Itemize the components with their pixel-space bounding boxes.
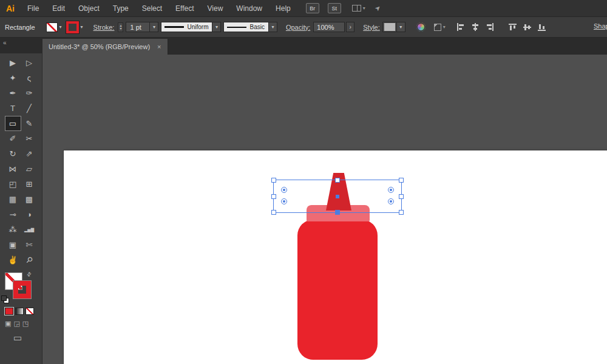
- fill-swatch[interactable]: [46, 22, 58, 32]
- menu-type[interactable]: Type: [106, 0, 135, 17]
- align-vertical-top-icon[interactable]: [509, 23, 517, 31]
- opacity-panel-link[interactable]: Opacity:: [286, 24, 310, 31]
- column-graph-tool[interactable]: ▂▅▇: [21, 222, 38, 237]
- chevron-down-icon[interactable]: ▾: [268, 22, 277, 32]
- opacity-options-button[interactable]: ›: [346, 22, 354, 32]
- collapse-panel-button[interactable]: «: [0, 38, 42, 53]
- align-vertical-center-icon[interactable]: [523, 23, 532, 31]
- graphic-style-select[interactable]: ▾: [382, 22, 405, 32]
- perspective-grid-tool[interactable]: ⊞: [21, 177, 38, 192]
- opacity-input[interactable]: 100%: [313, 22, 345, 32]
- default-fill-stroke-icon[interactable]: [1, 295, 8, 303]
- magic-wand-tool[interactable]: ✦: [5, 70, 21, 86]
- color-button[interactable]: [5, 308, 13, 315]
- isolate-selection-icon[interactable]: ▾: [434, 24, 446, 31]
- lasso-tool[interactable]: ς: [21, 70, 38, 86]
- selection-handle[interactable]: [271, 210, 276, 215]
- corner-radius-widget[interactable]: [388, 198, 394, 204]
- draw-normal-icon[interactable]: ▣: [5, 320, 11, 328]
- chevron-down-icon: ▾: [443, 24, 446, 30]
- recolor-artwork-icon[interactable]: [416, 22, 426, 32]
- menu-edit[interactable]: Edit: [46, 0, 72, 17]
- curvature-tool[interactable]: ✑: [21, 86, 38, 101]
- eyedropper-tool[interactable]: ⊸: [5, 207, 21, 222]
- profile-name: Uniform: [187, 24, 208, 30]
- none-button[interactable]: [25, 308, 34, 315]
- chevron-down-icon[interactable]: ▾: [212, 22, 220, 32]
- menu-view[interactable]: View: [201, 0, 230, 17]
- selection-tool[interactable]: ▶: [5, 55, 21, 70]
- swap-fill-stroke-icon[interactable]: ⇄: [25, 271, 33, 278]
- width-tool[interactable]: ⋈: [5, 161, 21, 177]
- direct-selection-tool[interactable]: ▷: [21, 55, 38, 70]
- illustrator-window: Ai File Edit Object Type Select Effect V…: [0, 0, 607, 364]
- arrange-documents-icon[interactable]: ▾: [352, 5, 365, 12]
- line-segment-tool[interactable]: ╱: [21, 101, 38, 116]
- shape-panel-link[interactable]: Shape: [594, 22, 607, 30]
- selection-type-label: Rectangle: [5, 24, 35, 31]
- menu-effect[interactable]: Effect: [169, 0, 200, 17]
- selection-handle[interactable]: [335, 178, 340, 183]
- align-horizontal-center-icon[interactable]: [471, 23, 480, 31]
- mesh-tool[interactable]: ▦: [5, 192, 21, 207]
- stroke-weight-stepper[interactable]: ▴ ▾: [118, 22, 123, 32]
- align-horizontal-left-icon[interactable]: [456, 23, 465, 31]
- stock-icon[interactable]: St: [328, 3, 341, 13]
- chevron-down-icon[interactable]: ▾: [149, 22, 158, 32]
- rectangle-tool[interactable]: ▭: [5, 116, 21, 131]
- draw-inside-icon[interactable]: ◳: [22, 320, 29, 328]
- corner-radius-widget[interactable]: [281, 187, 287, 193]
- stroke-weight-select[interactable]: 1 pt ▾: [126, 22, 158, 32]
- style-panel-link[interactable]: Style:: [363, 24, 380, 31]
- selection-handle[interactable]: [271, 178, 276, 183]
- menu-window[interactable]: Window: [229, 0, 269, 17]
- rotate-tool[interactable]: ↻: [5, 146, 21, 161]
- tab-close-icon[interactable]: ×: [157, 43, 161, 50]
- artboard-tool[interactable]: ▣: [5, 237, 21, 252]
- selection-handle[interactable]: [271, 194, 276, 199]
- selection-handle[interactable]: [399, 194, 404, 199]
- selection-handle[interactable]: [399, 210, 404, 215]
- stroke-profile-select[interactable]: Uniform ▾: [161, 22, 221, 32]
- selection-handle[interactable]: [335, 210, 340, 215]
- symbol-sprayer-tool[interactable]: ⁂: [5, 222, 21, 237]
- selection-handle[interactable]: [399, 178, 404, 183]
- screen-mode-icon[interactable]: ▭: [13, 332, 22, 343]
- corner-radius-widget[interactable]: [281, 198, 287, 204]
- stepper-down-icon[interactable]: ▾: [120, 27, 121, 30]
- shape-builder-tool[interactable]: ◰: [5, 177, 21, 192]
- bridge-icon[interactable]: Br: [306, 3, 319, 13]
- brush-select[interactable]: Basic ▾: [223, 22, 277, 32]
- paintbrush-tool[interactable]: ✎: [21, 116, 38, 131]
- stroke-swatch-chevron-icon[interactable]: ▾: [79, 22, 85, 32]
- menu-bar: Ai File Edit Object Type Select Effect V…: [0, 0, 607, 17]
- gpu-performance-icon[interactable]: ➤: [373, 4, 383, 13]
- canvas-area[interactable]: [42, 55, 607, 364]
- align-vertical-bottom-icon[interactable]: [538, 23, 546, 31]
- blend-tool[interactable]: ◑: [21, 207, 38, 222]
- scale-tool[interactable]: ⇗: [21, 146, 38, 161]
- menu-help[interactable]: Help: [269, 0, 297, 17]
- free-transform-tool[interactable]: ▱: [21, 161, 38, 177]
- shaper-tool[interactable]: ✐: [5, 131, 21, 146]
- pen-tool[interactable]: ✒: [5, 86, 21, 101]
- stroke-color-indicator[interactable]: [13, 281, 31, 298]
- menu-select[interactable]: Select: [135, 0, 169, 17]
- document-tab[interactable]: Untitled-3* @ 50% (RGB/Preview) ×: [42, 39, 168, 55]
- menu-file[interactable]: File: [21, 0, 46, 17]
- corner-radius-widget[interactable]: [388, 187, 394, 193]
- stroke-weight-value: 1 pt: [126, 24, 149, 31]
- gradient-tool[interactable]: ▩: [21, 192, 38, 207]
- scissors-tool[interactable]: ✂: [21, 131, 38, 146]
- stroke-swatch[interactable]: [66, 21, 79, 33]
- chevron-down-icon[interactable]: ▾: [396, 22, 405, 32]
- type-tool[interactable]: T: [5, 101, 21, 116]
- menu-object[interactable]: Object: [72, 0, 106, 17]
- draw-behind-icon[interactable]: ◲: [13, 320, 19, 328]
- align-horizontal-right-icon[interactable]: [486, 23, 494, 31]
- selection-center-point[interactable]: [336, 195, 339, 198]
- bottle-body-shape[interactable]: [297, 220, 378, 360]
- gradient-button[interactable]: [15, 308, 24, 315]
- stroke-panel-link[interactable]: Stroke:: [93, 24, 115, 31]
- fill-swatch-chevron-icon[interactable]: ▾: [58, 22, 64, 32]
